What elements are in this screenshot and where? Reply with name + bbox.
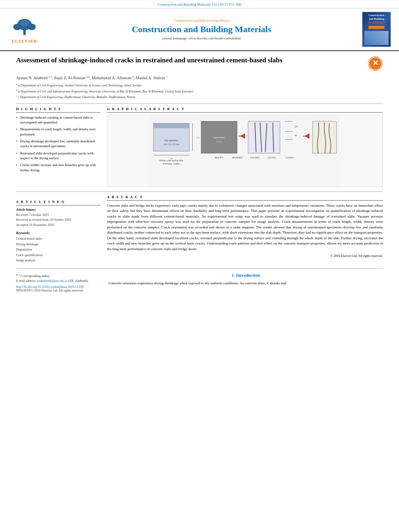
- svg-text:150×150×250 mm: 150×150×250 mm: [163, 143, 180, 146]
- keyword-5: Image analysis: [16, 258, 101, 263]
- highlight-item-3: Drying shrinkage developed few, randomly…: [16, 139, 101, 149]
- article-title-row: Assessment of shrinkage-induced cracks i…: [16, 56, 383, 71]
- email-address[interactable]: anababneh@just.edu.jo: [37, 279, 67, 283]
- elsevier-bird-icon: [8, 16, 41, 38]
- article-info-heading: A R T I C L E I N F O: [16, 200, 101, 205]
- svg-text:✕: ✕: [372, 59, 378, 67]
- highlights-heading: H I G H L I G H T S: [16, 107, 101, 113]
- highlight-item-5: Cracks widths increase and new branches …: [16, 162, 101, 173]
- cover-image-box: Construction and Building MATERIALS: [362, 12, 391, 47]
- abstract-heading: A B S T R A C T: [107, 195, 383, 201]
- sciencedirect-label[interactable]: ScienceDirect: [210, 18, 229, 23]
- footnote-col: * * Corresponding author. E-mail address…: [16, 273, 101, 292]
- article-body: Assessment of shrinkage-induced cracks i…: [0, 51, 399, 297]
- svg-rect-11: [154, 123, 189, 128]
- svg-text:CdrURP1: CdrURP1: [250, 156, 259, 158]
- keyword-4: Crack quantification: [16, 253, 101, 258]
- svg-text:250: 250: [196, 137, 200, 139]
- bottom-section: * * Corresponding author. E-mail address…: [16, 268, 383, 292]
- svg-text:MO2ER82: MO2ER82: [232, 156, 243, 158]
- cover-photo-placeholder: [364, 31, 389, 45]
- doi-link[interactable]: http://dx.doi.org/10.1016/j.conbuildmat.…: [16, 285, 101, 289]
- article-title-text: Assessment of shrinkage-induced cracks i…: [16, 56, 364, 65]
- affiliations: a a Department of Civil Engineering, Jor…: [16, 82, 383, 100]
- introduction-text: Concrete structures experience drying sh…: [109, 281, 383, 286]
- graphical-abstract-image: Slab specimen 150×150×250 mm 150 250 Spe…: [107, 115, 383, 187]
- svg-text:45: 45: [295, 134, 297, 137]
- svg-point-4: [28, 24, 36, 30]
- graphical-abstract-svg: Slab specimen 150×150×250 mm 150 250 Spe…: [107, 115, 383, 187]
- keywords-list: Cement-based slabs Drying shrinkage Degr…: [16, 236, 101, 263]
- svg-text:Specimen: Specimen: [214, 136, 225, 139]
- highlights-col: H I G H L I G H T S Shrinkage-induced cr…: [16, 107, 101, 187]
- keyword-1: Cement-based slabs: [16, 236, 101, 242]
- highlight-item-4: Restrained slabs developed perpendicular…: [16, 151, 101, 161]
- svg-text:Slab specimen: Slab specimen: [165, 139, 178, 142]
- info-abstract-row: A R T I C L E I N F O Article history: R…: [16, 195, 383, 263]
- journal-name: Construction and Building Materials: [47, 24, 356, 35]
- svg-rect-35: [313, 121, 336, 153]
- footnote-star: *: [16, 273, 19, 278]
- highlight-item-1: Shrinkage-induced cracking in cement-bas…: [16, 115, 101, 125]
- divider-1: [16, 103, 383, 104]
- svg-text:screening 3 plates: screening 3 plates: [163, 162, 180, 164]
- journal-url: journal homepage: www.elsevier.com/locat…: [47, 36, 356, 40]
- svg-text:CsUN51: CsUN51: [285, 156, 294, 158]
- journal-citation: Construction and Building Materials 131 …: [158, 2, 241, 6]
- email-label: E-mail address:: [16, 279, 36, 283]
- copyright-line: © 2016 Elsevier Ltd. All rights reserved…: [107, 254, 383, 258]
- highlight-item-2: Measurements of crack length, width, and…: [16, 127, 101, 137]
- revised-date: Received in revised form 14 October 2016: [16, 218, 101, 223]
- journal-header: ELSEVIER Contents lists available at Sci…: [0, 8, 399, 51]
- crossmark-icon: ✕: [368, 56, 383, 71]
- svg-text:Whole cross section after: Whole cross section after: [159, 159, 183, 161]
- abstract-text: Concrete slabs and bridge decks experien…: [107, 203, 383, 252]
- article-history-text: Received 7 October 2015 Received in revi…: [16, 213, 101, 228]
- svg-text:Photo: Photo: [216, 140, 222, 143]
- svg-rect-23: [248, 121, 280, 153]
- authors-line: Ayman N. Ababneh a,*, Rajai Z. Al-Rousan…: [16, 75, 383, 80]
- page: Construction and Building Materials 131 …: [0, 0, 399, 532]
- article-info-col: A R T I C L E I N F O Article history: R…: [16, 200, 101, 263]
- issn-text: 0950-0618/© 2016 Elsevier Ltd. All right…: [16, 289, 101, 292]
- svg-point-3: [13, 24, 21, 30]
- graphical-abstract-col: G R A P H I C A L A B S T R A C T Slab s…: [107, 107, 383, 187]
- introduction-heading: 1. Introduction: [109, 273, 383, 277]
- cover-title: Construction and Building MATERIALS: [368, 14, 385, 25]
- cover-accent-bar: [368, 26, 385, 29]
- graphical-abstract-heading: G R A P H I C A L A B S T R A C T: [107, 107, 383, 113]
- received-date: Received 7 October 2015: [16, 213, 101, 218]
- divider-2: [16, 191, 383, 192]
- svg-point-5: [20, 20, 29, 26]
- keyword-2: Drying shrinkage: [16, 242, 101, 247]
- introduction-col: 1. Introduction Concrete structures expe…: [109, 273, 383, 292]
- svg-text:CsUN51: CsUN51: [268, 156, 276, 158]
- elsevier-text: ELSEVIER: [12, 39, 37, 43]
- svg-text:2%: 2%: [295, 125, 298, 127]
- keyword-3: Degradation: [16, 247, 101, 253]
- top-reference: Construction and Building Materials 131 …: [0, 0, 399, 8]
- accepted-date: Accepted 10 November 2016: [16, 223, 101, 228]
- journal-title-area: Contents lists available at ScienceDirec…: [47, 18, 356, 40]
- svg-text:Mod N°1: Mod N°1: [215, 156, 224, 158]
- journal-cover: Construction and Building MATERIALS: [360, 12, 393, 47]
- corresponding-author-note: * * Corresponding author. E-mail address…: [16, 273, 101, 283]
- elsevier-logo: ELSEVIER: [6, 16, 43, 43]
- highlights-abstract-row: H I G H L I G H T S Shrinkage-induced cr…: [16, 107, 383, 187]
- abstract-col: A B S T R A C T Concrete slabs and bridg…: [107, 195, 383, 263]
- keywords-label: Keywords:: [16, 231, 101, 235]
- highlights-list: Shrinkage-induced cracking in cement-bas…: [16, 115, 101, 173]
- article-history-label: Article history:: [16, 208, 101, 212]
- sciencedirect-link: Contents lists available at ScienceDirec…: [47, 18, 356, 23]
